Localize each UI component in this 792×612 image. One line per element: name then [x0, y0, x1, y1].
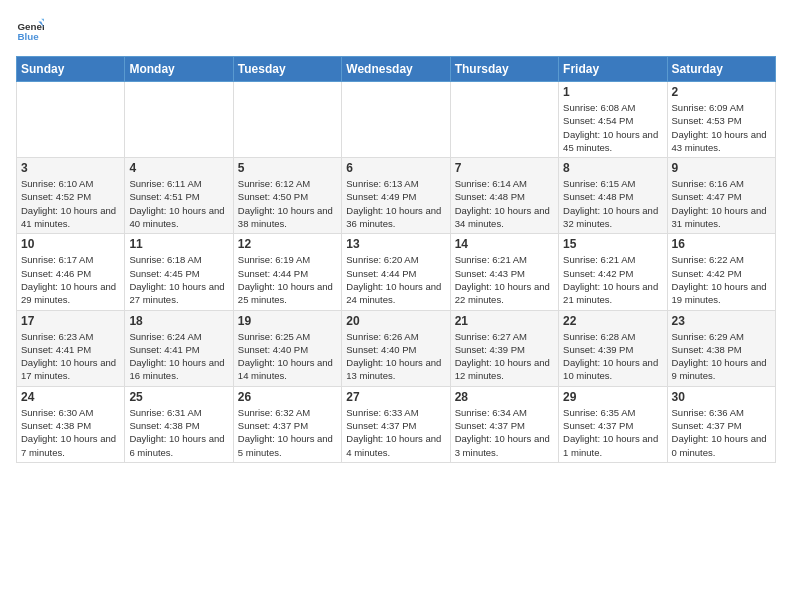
- calendar-week-3: 10Sunrise: 6:17 AM Sunset: 4:46 PM Dayli…: [17, 234, 776, 310]
- calendar-header-wednesday: Wednesday: [342, 57, 450, 82]
- day-number: 30: [672, 390, 771, 404]
- calendar-cell: [125, 82, 233, 158]
- calendar-cell: 3Sunrise: 6:10 AM Sunset: 4:52 PM Daylig…: [17, 158, 125, 234]
- page-header: General Blue: [16, 16, 776, 44]
- day-number: 1: [563, 85, 662, 99]
- day-number: 28: [455, 390, 554, 404]
- day-number: 10: [21, 237, 120, 251]
- calendar-cell: 22Sunrise: 6:28 AM Sunset: 4:39 PM Dayli…: [559, 310, 667, 386]
- day-number: 25: [129, 390, 228, 404]
- calendar-table: SundayMondayTuesdayWednesdayThursdayFrid…: [16, 56, 776, 463]
- day-number: 14: [455, 237, 554, 251]
- day-number: 11: [129, 237, 228, 251]
- day-number: 5: [238, 161, 337, 175]
- day-info: Sunrise: 6:28 AM Sunset: 4:39 PM Dayligh…: [563, 330, 662, 383]
- calendar-cell: 23Sunrise: 6:29 AM Sunset: 4:38 PM Dayli…: [667, 310, 775, 386]
- day-number: 16: [672, 237, 771, 251]
- day-number: 6: [346, 161, 445, 175]
- calendar-cell: 9Sunrise: 6:16 AM Sunset: 4:47 PM Daylig…: [667, 158, 775, 234]
- day-info: Sunrise: 6:15 AM Sunset: 4:48 PM Dayligh…: [563, 177, 662, 230]
- calendar-cell: 8Sunrise: 6:15 AM Sunset: 4:48 PM Daylig…: [559, 158, 667, 234]
- calendar-cell: 27Sunrise: 6:33 AM Sunset: 4:37 PM Dayli…: [342, 386, 450, 462]
- day-info: Sunrise: 6:18 AM Sunset: 4:45 PM Dayligh…: [129, 253, 228, 306]
- day-info: Sunrise: 6:20 AM Sunset: 4:44 PM Dayligh…: [346, 253, 445, 306]
- calendar-cell: 19Sunrise: 6:25 AM Sunset: 4:40 PM Dayli…: [233, 310, 341, 386]
- day-number: 26: [238, 390, 337, 404]
- calendar-cell: 11Sunrise: 6:18 AM Sunset: 4:45 PM Dayli…: [125, 234, 233, 310]
- day-number: 19: [238, 314, 337, 328]
- day-info: Sunrise: 6:32 AM Sunset: 4:37 PM Dayligh…: [238, 406, 337, 459]
- calendar-header-thursday: Thursday: [450, 57, 558, 82]
- calendar-cell: 10Sunrise: 6:17 AM Sunset: 4:46 PM Dayli…: [17, 234, 125, 310]
- calendar-cell: 2Sunrise: 6:09 AM Sunset: 4:53 PM Daylig…: [667, 82, 775, 158]
- day-info: Sunrise: 6:25 AM Sunset: 4:40 PM Dayligh…: [238, 330, 337, 383]
- day-info: Sunrise: 6:10 AM Sunset: 4:52 PM Dayligh…: [21, 177, 120, 230]
- day-number: 3: [21, 161, 120, 175]
- day-number: 24: [21, 390, 120, 404]
- calendar-header-monday: Monday: [125, 57, 233, 82]
- calendar-cell: 5Sunrise: 6:12 AM Sunset: 4:50 PM Daylig…: [233, 158, 341, 234]
- day-info: Sunrise: 6:23 AM Sunset: 4:41 PM Dayligh…: [21, 330, 120, 383]
- calendar-cell: 12Sunrise: 6:19 AM Sunset: 4:44 PM Dayli…: [233, 234, 341, 310]
- day-number: 8: [563, 161, 662, 175]
- day-info: Sunrise: 6:31 AM Sunset: 4:38 PM Dayligh…: [129, 406, 228, 459]
- day-info: Sunrise: 6:30 AM Sunset: 4:38 PM Dayligh…: [21, 406, 120, 459]
- calendar-cell: 7Sunrise: 6:14 AM Sunset: 4:48 PM Daylig…: [450, 158, 558, 234]
- day-number: 12: [238, 237, 337, 251]
- day-info: Sunrise: 6:24 AM Sunset: 4:41 PM Dayligh…: [129, 330, 228, 383]
- day-info: Sunrise: 6:12 AM Sunset: 4:50 PM Dayligh…: [238, 177, 337, 230]
- calendar-cell: 24Sunrise: 6:30 AM Sunset: 4:38 PM Dayli…: [17, 386, 125, 462]
- calendar-cell: 18Sunrise: 6:24 AM Sunset: 4:41 PM Dayli…: [125, 310, 233, 386]
- day-info: Sunrise: 6:22 AM Sunset: 4:42 PM Dayligh…: [672, 253, 771, 306]
- day-number: 27: [346, 390, 445, 404]
- calendar-cell: 26Sunrise: 6:32 AM Sunset: 4:37 PM Dayli…: [233, 386, 341, 462]
- calendar-cell: 4Sunrise: 6:11 AM Sunset: 4:51 PM Daylig…: [125, 158, 233, 234]
- day-info: Sunrise: 6:27 AM Sunset: 4:39 PM Dayligh…: [455, 330, 554, 383]
- day-info: Sunrise: 6:26 AM Sunset: 4:40 PM Dayligh…: [346, 330, 445, 383]
- calendar-cell: 25Sunrise: 6:31 AM Sunset: 4:38 PM Dayli…: [125, 386, 233, 462]
- day-number: 21: [455, 314, 554, 328]
- calendar-cell: 13Sunrise: 6:20 AM Sunset: 4:44 PM Dayli…: [342, 234, 450, 310]
- day-info: Sunrise: 6:19 AM Sunset: 4:44 PM Dayligh…: [238, 253, 337, 306]
- calendar-cell: 17Sunrise: 6:23 AM Sunset: 4:41 PM Dayli…: [17, 310, 125, 386]
- day-number: 4: [129, 161, 228, 175]
- day-info: Sunrise: 6:33 AM Sunset: 4:37 PM Dayligh…: [346, 406, 445, 459]
- logo-icon: General Blue: [16, 16, 44, 44]
- calendar-cell: 14Sunrise: 6:21 AM Sunset: 4:43 PM Dayli…: [450, 234, 558, 310]
- calendar-cell: 30Sunrise: 6:36 AM Sunset: 4:37 PM Dayli…: [667, 386, 775, 462]
- day-number: 23: [672, 314, 771, 328]
- calendar-cell: [17, 82, 125, 158]
- calendar-cell: 1Sunrise: 6:08 AM Sunset: 4:54 PM Daylig…: [559, 82, 667, 158]
- day-info: Sunrise: 6:08 AM Sunset: 4:54 PM Dayligh…: [563, 101, 662, 154]
- calendar-cell: 15Sunrise: 6:21 AM Sunset: 4:42 PM Dayli…: [559, 234, 667, 310]
- day-number: 15: [563, 237, 662, 251]
- day-number: 18: [129, 314, 228, 328]
- calendar-cell: 20Sunrise: 6:26 AM Sunset: 4:40 PM Dayli…: [342, 310, 450, 386]
- day-number: 9: [672, 161, 771, 175]
- calendar-week-1: 1Sunrise: 6:08 AM Sunset: 4:54 PM Daylig…: [17, 82, 776, 158]
- day-info: Sunrise: 6:09 AM Sunset: 4:53 PM Dayligh…: [672, 101, 771, 154]
- calendar-cell: 28Sunrise: 6:34 AM Sunset: 4:37 PM Dayli…: [450, 386, 558, 462]
- day-info: Sunrise: 6:35 AM Sunset: 4:37 PM Dayligh…: [563, 406, 662, 459]
- calendar-cell: [342, 82, 450, 158]
- calendar-cell: 29Sunrise: 6:35 AM Sunset: 4:37 PM Dayli…: [559, 386, 667, 462]
- calendar-header-row: SundayMondayTuesdayWednesdayThursdayFrid…: [17, 57, 776, 82]
- day-number: 20: [346, 314, 445, 328]
- day-number: 2: [672, 85, 771, 99]
- logo: General Blue: [16, 16, 48, 44]
- day-info: Sunrise: 6:13 AM Sunset: 4:49 PM Dayligh…: [346, 177, 445, 230]
- calendar-header-saturday: Saturday: [667, 57, 775, 82]
- calendar-cell: [233, 82, 341, 158]
- calendar-cell: 21Sunrise: 6:27 AM Sunset: 4:39 PM Dayli…: [450, 310, 558, 386]
- day-info: Sunrise: 6:21 AM Sunset: 4:42 PM Dayligh…: [563, 253, 662, 306]
- day-info: Sunrise: 6:21 AM Sunset: 4:43 PM Dayligh…: [455, 253, 554, 306]
- day-number: 22: [563, 314, 662, 328]
- calendar-cell: 6Sunrise: 6:13 AM Sunset: 4:49 PM Daylig…: [342, 158, 450, 234]
- day-info: Sunrise: 6:16 AM Sunset: 4:47 PM Dayligh…: [672, 177, 771, 230]
- svg-text:Blue: Blue: [17, 31, 39, 42]
- day-info: Sunrise: 6:14 AM Sunset: 4:48 PM Dayligh…: [455, 177, 554, 230]
- day-number: 29: [563, 390, 662, 404]
- calendar-header-tuesday: Tuesday: [233, 57, 341, 82]
- calendar-header-sunday: Sunday: [17, 57, 125, 82]
- calendar-week-5: 24Sunrise: 6:30 AM Sunset: 4:38 PM Dayli…: [17, 386, 776, 462]
